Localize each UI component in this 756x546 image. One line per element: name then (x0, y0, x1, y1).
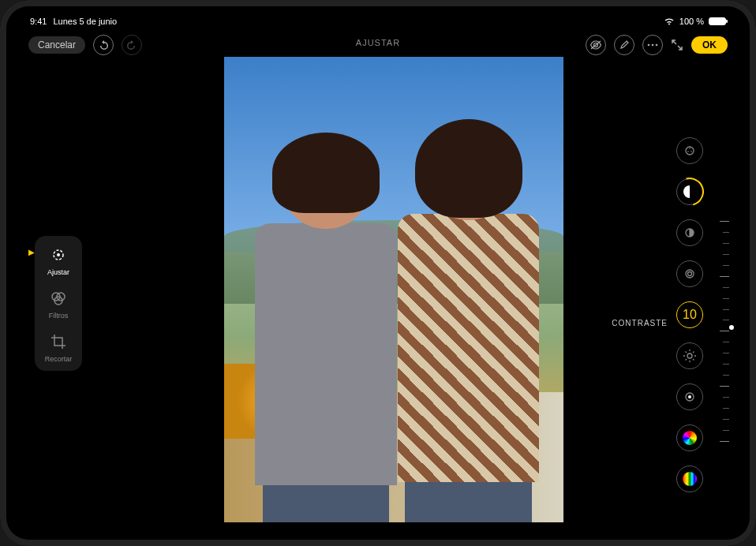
tab-label: Ajustar (47, 268, 69, 276)
svg-point-5 (57, 253, 60, 256)
adjust-value-inline: 10 (683, 308, 697, 322)
svg-point-15 (688, 272, 692, 276)
slider-thumb[interactable] (729, 325, 734, 330)
status-time: 9:41 (30, 17, 47, 26)
adjustment-list: 10 (674, 137, 705, 492)
adjust-contrast[interactable]: 10 (676, 301, 703, 328)
battery-icon (709, 17, 726, 25)
adjust-saturation[interactable] (676, 424, 703, 451)
adjust-exposure[interactable] (676, 178, 703, 205)
svg-line-24 (693, 352, 694, 353)
tab-label: Recortar (45, 355, 73, 363)
svg-point-26 (688, 395, 691, 398)
vibrance-icon (683, 472, 697, 486)
photo-canvas[interactable] (224, 57, 563, 522)
svg-line-21 (686, 352, 687, 353)
svg-line-23 (686, 359, 687, 361)
svg-point-16 (687, 353, 692, 358)
svg-point-11 (687, 151, 689, 152)
adjust-slider[interactable] (718, 221, 729, 442)
svg-line-22 (693, 359, 694, 361)
tab-crop[interactable]: Recortar (38, 331, 79, 363)
tab-filters[interactable]: Filtros (38, 287, 79, 320)
status-date: Lunes 5 de junio (53, 17, 117, 26)
battery-pct: 100 % (679, 17, 704, 26)
photo-subject (394, 103, 543, 522)
svg-point-14 (686, 270, 694, 278)
adjust-auto[interactable] (676, 137, 703, 164)
wifi-icon (664, 17, 675, 25)
svg-point-12 (691, 151, 692, 152)
adjust-vibrance[interactable] (676, 466, 703, 492)
crop-icon (47, 331, 69, 353)
svg-point-10 (689, 148, 691, 149)
saturation-icon (683, 431, 697, 445)
status-bar: 9:41 Lunes 5 de junio 100 % (11, 11, 745, 28)
adjust-blackpoint[interactable] (676, 383, 703, 410)
adjust-icon (47, 244, 69, 266)
adjust-brilliance[interactable] (676, 219, 703, 246)
edit-mode-tabs: Ajustar Filtros Recortar (35, 236, 82, 371)
active-tool-indicator: ▶ (28, 248, 35, 256)
photo-subject (251, 113, 400, 522)
adjust-highlights[interactable] (676, 260, 703, 287)
adjust-brightness[interactable] (676, 342, 703, 369)
ipad-frame: 9:41 Lunes 5 de junio 100 % Cancelar (0, 0, 756, 546)
filters-icon (47, 287, 69, 309)
screen: 9:41 Lunes 5 de junio 100 % Cancelar (11, 11, 745, 535)
tab-adjust[interactable]: Ajustar (38, 244, 79, 276)
selected-adjust-label: CONTRASTE (612, 319, 668, 327)
tab-label: Filtros (49, 312, 69, 320)
